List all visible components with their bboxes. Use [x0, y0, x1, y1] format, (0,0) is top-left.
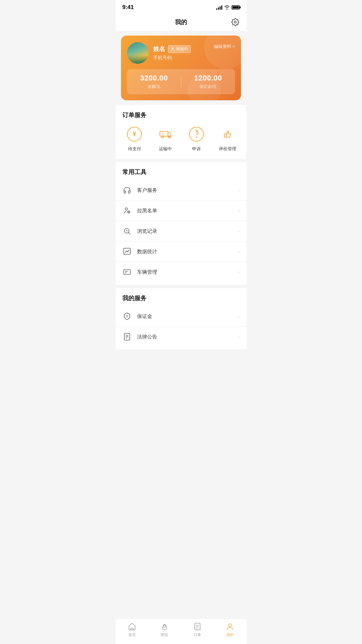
user-block-icon — [122, 206, 132, 215]
svg-point-11 — [125, 208, 128, 210]
svg-point-4 — [162, 136, 164, 138]
my-services-section: 我的服务 $ 保证金 › — [116, 288, 246, 350]
nav-label-order: 订单 — [194, 632, 201, 637]
svg-point-31 — [229, 624, 232, 627]
service-label-complaint: 申诉 — [192, 146, 201, 152]
signal-icon — [216, 5, 222, 10]
service-label-in-transit: 运输中 — [159, 146, 172, 152]
deposit-label: 保证金/元 — [181, 84, 235, 90]
settings-icon — [231, 18, 239, 26]
tool-label-browse-history: 浏览记录 — [137, 228, 238, 234]
service-item-complaint[interactable]: ? 申诉 — [185, 126, 208, 152]
tool-item-deposit[interactable]: $ 保证金 › — [116, 306, 246, 327]
thumbs-up-icon — [219, 126, 236, 143]
tool-label-legal-notice: 法律公告 — [137, 334, 238, 340]
tool-item-legal-notice[interactable]: 法律公告 › — [116, 327, 246, 347]
svg-text:¥: ¥ — [133, 130, 136, 137]
tool-item-vehicle-mgmt[interactable]: 车辆管理 › — [116, 262, 246, 282]
nearby-nav-icon — [160, 622, 169, 631]
tool-item-blacklist[interactable]: 拉黑名单 › — [116, 201, 246, 221]
home-nav-icon — [128, 622, 136, 631]
truck-icon — [157, 126, 174, 143]
svg-rect-27 — [195, 623, 200, 630]
chevron-right-icon: › — [238, 334, 240, 339]
settings-button[interactable] — [231, 18, 240, 26]
user-card: 姓名 审核中 手机号码 编辑资料 > — [121, 36, 241, 100]
balance-amount: 3200.00 — [127, 74, 181, 83]
nav-item-order[interactable]: 订单 — [187, 622, 207, 637]
service-label-pending-payment: 待支付 — [128, 146, 141, 152]
order-services-grid: ¥ 待支付 运输中 — [116, 123, 246, 159]
chevron-right-icon: › — [238, 208, 240, 213]
edit-profile-button[interactable]: 编辑资料 > — [214, 44, 235, 50]
svg-point-0 — [172, 48, 174, 49]
nav-item-mine[interactable]: 我的 — [220, 622, 240, 637]
mine-nav-icon — [226, 622, 234, 631]
tool-item-browse-history[interactable]: 浏览记录 › — [116, 221, 246, 241]
person-icon — [171, 47, 175, 51]
user-name: 姓名 — [153, 45, 165, 53]
review-badge-text: 审核中 — [176, 46, 188, 52]
chart-icon — [122, 247, 132, 256]
tool-label-customer-service: 客户服务 — [137, 187, 238, 194]
page-title: 我的 — [175, 18, 187, 26]
deposit-item[interactable]: 1200.00 保证金/元 — [181, 74, 235, 90]
service-item-review-mgmt[interactable]: 评价管理 — [216, 126, 239, 152]
order-nav-icon — [193, 622, 202, 631]
search-clock-icon — [122, 226, 132, 236]
wifi-icon — [224, 5, 230, 10]
user-phone: 手机号码 — [153, 55, 191, 61]
car-card-icon — [122, 267, 132, 277]
review-status-badge: 审核中 — [168, 45, 191, 53]
nav-item-home[interactable]: 首页 — [122, 622, 142, 637]
yuan-circle-icon: ¥ — [126, 126, 143, 143]
headset-icon — [122, 185, 132, 195]
order-services-title: 订单服务 — [116, 105, 246, 123]
nav-label-home: 首页 — [128, 632, 136, 637]
svg-line-13 — [128, 211, 130, 213]
balance-label: 余额/元 — [127, 84, 181, 90]
status-time: 9:41 — [122, 4, 134, 11]
nav-label-mine: 我的 — [226, 632, 234, 637]
common-tools-section: 常用工具 客户服务 › — [116, 162, 246, 285]
svg-point-9 — [196, 137, 197, 138]
chevron-right-icon: › — [238, 314, 240, 319]
battery-icon — [232, 5, 240, 9]
tool-label-blacklist: 拉黑名单 — [137, 208, 238, 214]
edit-profile-label: 编辑资料 > — [214, 44, 235, 50]
balance-item[interactable]: 3200.00 余额/元 — [127, 74, 181, 90]
svg-rect-17 — [124, 270, 130, 274]
user-info-row: 姓名 审核中 手机号码 编辑资料 > — [127, 42, 235, 64]
user-details: 姓名 审核中 手机号码 — [153, 45, 191, 61]
chevron-right-icon: › — [238, 187, 240, 193]
svg-rect-25 — [131, 628, 133, 630]
tool-label-vehicle-mgmt: 车辆管理 — [137, 269, 238, 275]
chevron-right-icon: › — [238, 269, 240, 275]
status-bar: 9:41 — [116, 0, 246, 13]
tool-label-data-stats: 数据统计 — [137, 249, 238, 255]
common-tools-title: 常用工具 — [116, 162, 246, 180]
svg-line-15 — [129, 233, 130, 234]
avatar — [127, 42, 148, 64]
tool-item-data-stats[interactable]: 数据统计 › — [116, 241, 246, 262]
tool-label-deposit: 保证金 — [137, 313, 238, 320]
my-services-title: 我的服务 — [116, 288, 246, 306]
svg-rect-10 — [224, 134, 227, 137]
shield-dollar-icon: $ — [122, 312, 132, 321]
question-circle-icon: ? — [188, 126, 205, 143]
service-label-review-mgmt: 评价管理 — [219, 146, 236, 152]
my-services-list: $ 保证金 › 法律公告 › — [116, 306, 246, 350]
status-icons — [216, 5, 240, 10]
page-header: 我的 — [116, 13, 246, 31]
svg-text:$: $ — [126, 315, 128, 318]
tool-item-customer-service[interactable]: 客户服务 › — [116, 180, 246, 201]
user-left: 姓名 审核中 手机号码 — [127, 42, 191, 64]
service-item-pending-payment[interactable]: ¥ 待支付 — [123, 126, 146, 152]
bottom-nav: 首页 附近 订单 我的 — [116, 619, 246, 644]
common-tools-list: 客户服务 › 拉黑名单 › — [116, 180, 246, 285]
nav-item-nearby[interactable]: 附近 — [155, 622, 175, 637]
document-icon — [122, 332, 132, 341]
service-item-in-transit[interactable]: 运输中 — [154, 126, 177, 152]
deposit-amount: 1200.00 — [181, 74, 235, 83]
chevron-right-icon: › — [238, 249, 240, 254]
